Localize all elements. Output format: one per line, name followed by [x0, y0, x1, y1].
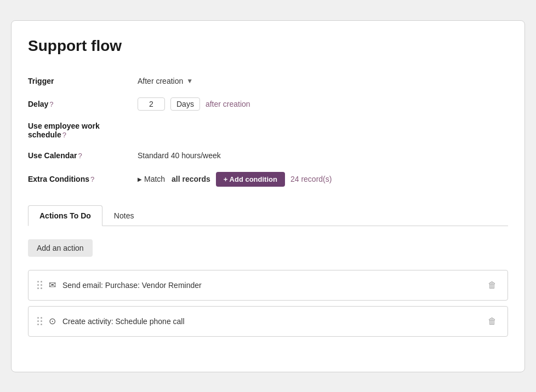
extra-conditions-label: Extra Conditions?: [28, 175, 138, 183]
action-list: ✉ Send email: Purchase: Vendor Reminder …: [28, 270, 508, 337]
tab-notes[interactable]: Notes: [102, 205, 146, 226]
delay-unit-select[interactable]: Days: [170, 97, 200, 111]
calendar-value-container: Standard 40 hours/week: [138, 151, 508, 160]
action-item-2: ⊙ Create activity: Schedule phone call 🗑: [28, 306, 508, 337]
extra-conditions-row: Extra Conditions? ▶ Match all records + …: [28, 166, 508, 192]
calendar-row: Use Calendar? Standard 40 hours/week: [28, 145, 508, 166]
add-action-button[interactable]: Add an action: [28, 239, 93, 257]
action-item-2-text: Create activity: Schedule phone call: [62, 317, 185, 326]
trigger-value-container: After creation ▼: [138, 77, 508, 85]
activity-icon: ⊙: [49, 316, 56, 326]
match-bold: all records: [172, 175, 210, 183]
add-condition-button[interactable]: + Add condition: [216, 172, 285, 187]
delete-action-2-button[interactable]: 🗑: [486, 314, 499, 328]
employee-schedule-row: Use employee work schedule?: [28, 116, 508, 145]
calendar-label: Use Calendar?: [28, 151, 138, 160]
triangle-icon: ▶: [138, 176, 142, 182]
extra-conditions-controls: ▶ Match all records + Add condition 24 r…: [138, 172, 332, 187]
employee-schedule-label: Use employee work schedule?: [28, 122, 138, 139]
match-label: Match: [144, 175, 165, 183]
delay-after-text: after creation: [206, 100, 250, 108]
trigger-select[interactable]: After creation ▼: [138, 77, 193, 85]
delete-action-1-button[interactable]: 🗑: [486, 278, 499, 292]
trigger-label: Trigger: [28, 77, 138, 85]
main-card: Support flow Trigger After creation ▼ De…: [11, 20, 525, 372]
email-icon: ✉: [49, 280, 56, 290]
delay-label: Delay?: [28, 100, 138, 108]
match-text-container[interactable]: ▶ Match all records: [138, 175, 210, 183]
records-count: 24 record(s): [290, 175, 332, 183]
action-item-1-left: ✉ Send email: Purchase: Vendor Reminder: [37, 280, 202, 290]
delay-row: Delay? Days after creation: [28, 92, 508, 116]
trigger-row: Trigger After creation ▼: [28, 70, 508, 92]
calendar-value: Standard 40 hours/week: [138, 151, 221, 160]
page-title: Support flow: [28, 37, 508, 55]
action-item-1: ✉ Send email: Purchase: Vendor Reminder …: [28, 270, 508, 301]
form-section: Trigger After creation ▼ Delay? Days aft…: [28, 70, 508, 192]
action-item-1-text: Send email: Purchase: Vendor Reminder: [62, 281, 202, 290]
tab-content: Add an action ✉ Send email: Purchase: Ve…: [28, 226, 508, 350]
trigger-value: After creation: [138, 77, 183, 85]
chevron-down-icon: ▼: [186, 77, 193, 85]
tabs-container: Actions To Do Notes: [28, 205, 508, 226]
action-item-2-left: ⊙ Create activity: Schedule phone call: [37, 316, 185, 326]
tab-actions[interactable]: Actions To Do: [28, 205, 102, 226]
extra-conditions-value: ▶ Match all records + Add condition 24 r…: [138, 172, 508, 187]
delay-number-input[interactable]: [138, 97, 165, 111]
delay-value-container: Days after creation: [138, 97, 508, 111]
tabs-section: Actions To Do Notes: [28, 205, 508, 226]
drag-handle-2[interactable]: [37, 317, 42, 325]
drag-handle-1[interactable]: [37, 281, 42, 289]
